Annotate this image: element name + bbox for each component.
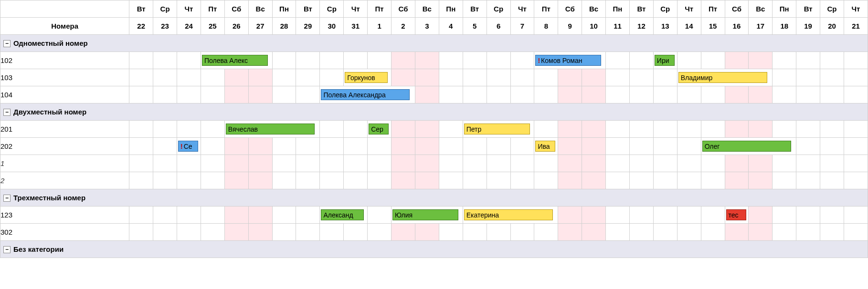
- day-cell[interactable]: [415, 121, 439, 138]
- day-cell[interactable]: [248, 155, 272, 172]
- day-cell[interactable]: [677, 52, 701, 69]
- day-cell[interactable]: [201, 172, 224, 189]
- booking-bar[interactable]: Олег: [702, 141, 791, 152]
- day-cell[interactable]: [463, 224, 487, 241]
- day-cell[interactable]: [534, 224, 558, 241]
- day-cell[interactable]: [487, 52, 510, 69]
- day-cell[interactable]: [201, 121, 224, 138]
- day-cell[interactable]: [725, 155, 749, 172]
- day-cell[interactable]: [558, 172, 582, 189]
- date-header[interactable]: 12: [629, 18, 653, 35]
- date-header[interactable]: 9: [558, 18, 582, 35]
- day-cell[interactable]: [272, 86, 296, 103]
- day-cell[interactable]: [439, 69, 463, 86]
- day-cell[interactable]: [558, 206, 582, 224]
- day-cell[interactable]: [439, 138, 463, 155]
- day-cell[interactable]: [296, 172, 320, 189]
- day-cell[interactable]: [272, 155, 296, 172]
- day-cell[interactable]: [749, 121, 773, 138]
- day-cell[interactable]: [201, 138, 224, 155]
- day-cell[interactable]: [749, 155, 773, 172]
- day-cell[interactable]: [653, 172, 677, 189]
- day-cell[interactable]: [510, 52, 534, 69]
- day-cell[interactable]: [820, 224, 844, 241]
- day-cell[interactable]: [558, 155, 582, 172]
- day-cell[interactable]: [677, 155, 701, 172]
- day-cell[interactable]: [439, 155, 463, 172]
- day-cell[interactable]: [510, 172, 534, 189]
- group-header[interactable]: −Без категории: [0, 241, 868, 258]
- sub-room-label[interactable]: 2: [0, 172, 129, 189]
- day-cell[interactable]: [177, 206, 201, 224]
- day-cell[interactable]: [558, 224, 582, 241]
- date-header[interactable]: 21: [844, 18, 868, 35]
- day-cell[interactable]: [629, 69, 653, 86]
- day-cell[interactable]: [606, 172, 630, 189]
- day-cell[interactable]: [558, 69, 582, 86]
- day-cell[interactable]: [320, 121, 344, 138]
- day-cell[interactable]: [296, 52, 320, 69]
- day-cell[interactable]: [844, 206, 868, 224]
- day-cell[interactable]: [201, 206, 224, 224]
- day-cell[interactable]: [487, 69, 510, 86]
- day-cell[interactable]: [272, 206, 296, 224]
- day-cell[interactable]: [558, 86, 582, 103]
- booking-bar[interactable]: Владимир: [678, 72, 767, 83]
- day-cell[interactable]: [653, 121, 677, 138]
- day-cell[interactable]: [653, 224, 677, 241]
- day-cell[interactable]: [463, 69, 487, 86]
- day-cell[interactable]: [248, 224, 272, 241]
- day-cell[interactable]: [248, 206, 272, 224]
- day-cell[interactable]: [606, 206, 630, 224]
- day-cell[interactable]: [773, 121, 796, 138]
- date-header[interactable]: 7: [510, 18, 534, 35]
- day-cell[interactable]: [344, 172, 368, 189]
- date-header[interactable]: 24: [177, 18, 201, 35]
- date-header[interactable]: 2: [392, 18, 415, 35]
- date-header[interactable]: 4: [439, 18, 463, 35]
- day-cell[interactable]: [773, 69, 796, 86]
- day-cell[interactable]: [320, 172, 344, 189]
- day-cell[interactable]: [272, 69, 296, 86]
- day-cell[interactable]: [796, 121, 820, 138]
- day-cell[interactable]: [606, 86, 630, 103]
- day-cell[interactable]: [796, 86, 820, 103]
- day-cell[interactable]: [510, 69, 534, 86]
- day-cell[interactable]: [296, 155, 320, 172]
- day-cell[interactable]: [201, 155, 224, 172]
- day-cell[interactable]: [296, 224, 320, 241]
- booking-bar[interactable]: !Комов Роман: [535, 55, 601, 66]
- day-cell[interactable]: [153, 121, 177, 138]
- day-cell[interactable]: [844, 224, 868, 241]
- day-cell[interactable]: [415, 155, 439, 172]
- room-label[interactable]: 302: [0, 224, 129, 241]
- date-header[interactable]: 17: [749, 18, 773, 35]
- date-header[interactable]: 15: [701, 18, 725, 35]
- day-cell[interactable]: [534, 69, 558, 86]
- day-cell[interactable]: [582, 86, 606, 103]
- day-cell[interactable]: [129, 86, 153, 103]
- day-cell[interactable]: [701, 155, 725, 172]
- day-cell[interactable]: [224, 172, 248, 189]
- room-label[interactable]: 201: [0, 121, 129, 138]
- day-cell[interactable]: [248, 138, 272, 155]
- day-cell[interactable]: [344, 224, 368, 241]
- day-cell[interactable]: [725, 121, 749, 138]
- day-cell[interactable]: [224, 138, 248, 155]
- day-cell[interactable]: [677, 121, 701, 138]
- day-cell[interactable]: [129, 224, 153, 241]
- day-cell[interactable]: [415, 86, 439, 103]
- day-cell[interactable]: [629, 138, 653, 155]
- day-cell[interactable]: [653, 69, 677, 86]
- day-cell[interactable]: [773, 86, 796, 103]
- day-cell[interactable]: [844, 155, 868, 172]
- day-cell[interactable]: [582, 155, 606, 172]
- booking-bar[interactable]: Екатерина: [464, 209, 553, 220]
- day-cell[interactable]: [368, 155, 392, 172]
- date-header[interactable]: 28: [272, 18, 296, 35]
- day-cell[interactable]: [701, 206, 725, 224]
- day-cell[interactable]: [153, 224, 177, 241]
- day-cell[interactable]: [629, 172, 653, 189]
- day-cell[interactable]: [701, 121, 725, 138]
- day-cell[interactable]: [129, 121, 153, 138]
